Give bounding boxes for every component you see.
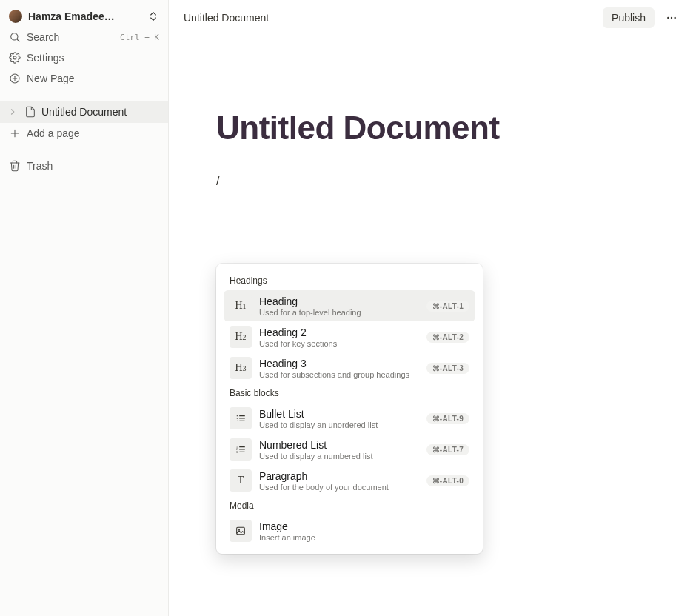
menu-item-shortcut: ⌘-ALT-0 [426,475,469,486]
search-button[interactable]: Search Ctrl + K [0,27,168,47]
menu-item-shortcut: ⌘-ALT-3 [426,363,469,374]
menu-item-shortcut: ⌘-ALT-2 [426,332,469,343]
publish-button[interactable]: Publish [603,7,655,28]
svg-point-8 [667,17,669,19]
avatar [9,10,22,23]
numbered-list-icon: 123 [230,438,252,461]
menu-item-heading-2[interactable]: H2 Heading 2 Used for key sections ⌘-ALT… [224,321,475,352]
add-page-button[interactable]: Add a page [0,123,168,144]
trash-button[interactable]: Trash [0,155,168,176]
trash-icon [9,160,21,172]
menu-item-heading-1[interactable]: H1 Heading Used for a top-level heading … [224,290,475,321]
svg-rect-23 [237,527,245,534]
svg-point-13 [237,418,238,418]
svg-text:3: 3 [236,450,238,454]
new-page-button[interactable]: New Page [0,68,168,89]
menu-item-desc: Used for a top-level heading [259,308,419,317]
workspace-name: Hamza Emadee… [28,10,115,22]
h2-icon: H2 [230,326,252,348]
menu-item-label: Image [259,520,469,532]
menu-item-bullet-list[interactable]: Bullet List Used to display an unordered… [224,403,475,434]
sidebar-page-item[interactable]: Untitled Document [0,101,168,123]
paragraph-icon: T [230,469,252,492]
document-icon [24,106,37,118]
menu-item-label: Heading 2 [259,327,419,338]
breadcrumb-title[interactable]: Untitled Document [184,12,269,24]
menu-item-desc: Used for key sections [259,339,419,348]
menu-item-paragraph[interactable]: T Paragraph Used for the body of your do… [224,465,475,496]
h1-icon: H1 [230,295,252,317]
image-icon [230,520,252,542]
menu-item-desc: Used for subsections and group headings [259,370,419,379]
menu-section-title: Basic blocks [221,384,478,403]
more-horizontal-icon [666,12,677,24]
svg-line-1 [17,39,19,41]
search-shortcut: Ctrl + K [120,33,159,42]
svg-point-2 [13,56,16,59]
topbar: Untitled Document Publish [169,0,696,36]
plus-icon [9,127,21,139]
main: Untitled Document Publish Untitled Docum… [169,0,696,616]
svg-point-15 [237,421,238,421]
menu-item-image[interactable]: Image Insert an image [224,515,475,546]
page-title-label: Untitled Document [41,106,127,118]
chevron-up-down-icon [147,10,159,22]
menu-section-title: Headings [221,271,478,290]
menu-item-label: Bullet List [259,408,419,420]
menu-section-title: Media [221,496,478,515]
add-page-label: Add a page [27,127,80,139]
menu-item-shortcut: ⌘-ALT-1 [426,301,469,312]
new-page-label: New Page [27,73,75,84]
gear-icon [9,52,21,64]
menu-item-desc: Used to display an unordered list [259,421,419,429]
bullet-list-icon [230,407,252,429]
menu-item-numbered-list[interactable]: 123 Numbered List Used to display a numb… [224,434,475,465]
menu-item-heading-3[interactable]: H3 Heading 3 Used for subsections and gr… [224,352,475,384]
search-label: Search [27,31,59,43]
search-icon [9,31,21,43]
chevron-right-icon[interactable] [6,107,19,117]
more-button[interactable] [662,8,681,27]
page-content: Untitled Document / Headings H1 Heading … [169,36,696,190]
svg-point-9 [671,17,672,19]
svg-point-10 [674,17,675,19]
command-menu: Headings H1 Heading Used for a top-level… [216,264,483,554]
menu-item-desc: Insert an image [259,533,469,542]
menu-item-desc: Used to display a numbered list [259,452,419,461]
plus-circle-icon [9,73,21,84]
menu-item-label: Heading 3 [259,358,419,369]
menu-item-label: Numbered List [259,439,419,451]
menu-item-desc: Used for the body of your document [259,483,419,492]
svg-point-11 [237,415,238,416]
page-title[interactable]: Untitled Document [216,110,649,147]
svg-point-0 [11,33,18,40]
menu-item-shortcut: ⌘-ALT-7 [426,444,469,455]
sidebar: Hamza Emadee… Search Ctrl + K Settings N… [0,0,169,616]
trash-label: Trash [27,160,53,172]
menu-item-shortcut: ⌘-ALT-9 [426,413,469,424]
menu-item-label: Paragraph [259,470,419,482]
menu-item-label: Heading [259,295,419,307]
h3-icon: H3 [230,357,252,379]
workspace-switcher[interactable]: Hamza Emadee… [0,6,168,27]
settings-label: Settings [27,52,64,64]
slash-command-input[interactable]: / [216,173,649,190]
settings-button[interactable]: Settings [0,47,168,68]
